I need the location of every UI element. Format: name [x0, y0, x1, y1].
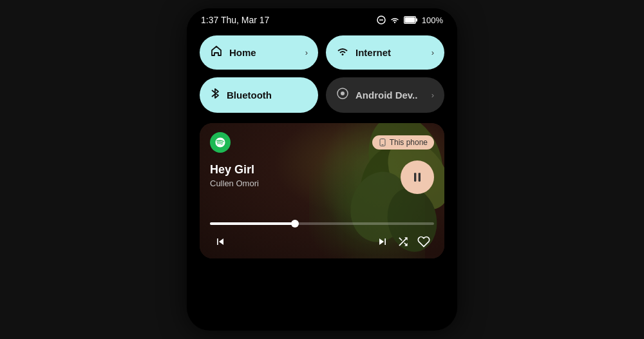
progress-bar[interactable]: [210, 222, 434, 225]
media-info-row: Hey Girl Cullen Omori: [210, 163, 434, 194]
wifi-icon: [390, 16, 400, 24]
tile-internet[interactable]: Internet ›: [326, 35, 444, 70]
home-chevron: ›: [305, 48, 308, 57]
track-info: Hey Girl Cullen Omori: [210, 163, 394, 188]
skip-next-button[interactable]: [372, 231, 393, 252]
android-dev-icon: [336, 87, 349, 103]
pause-button[interactable]: [401, 160, 434, 194]
phone-frame: 1:37 Thu, Mar 17 100%: [187, 8, 457, 331]
media-player: This phone Hey Girl Cullen Omori: [200, 123, 444, 258]
svg-rect-5: [415, 19, 417, 22]
this-phone-label: This phone: [390, 138, 428, 147]
svg-point-6: [342, 53, 344, 55]
tile-internet-label: Internet: [355, 47, 425, 58]
svg-rect-4: [404, 17, 415, 23]
quick-tiles: Home › Internet › Bluetooth: [187, 29, 457, 123]
home-icon: [210, 44, 223, 61]
media-content: This phone Hey Girl Cullen Omori: [200, 123, 444, 258]
tile-home-label: Home: [229, 47, 299, 58]
svg-rect-16: [414, 173, 416, 181]
svg-point-8: [341, 92, 345, 95]
heart-button[interactable]: [413, 231, 434, 252]
media-controls: [210, 231, 434, 252]
svg-rect-15: [381, 144, 383, 145]
media-top-row: This phone: [210, 132, 434, 153]
shuffle-button[interactable]: [393, 231, 413, 252]
progress-area: [210, 222, 434, 252]
internet-chevron: ›: [431, 48, 434, 57]
progress-fill: [210, 222, 295, 225]
battery-icon: [404, 16, 418, 24]
phone-small-icon: [379, 139, 386, 146]
skip-back-button[interactable]: [210, 231, 231, 252]
android-dev-chevron: ›: [431, 90, 434, 100]
battery-percent: 100%: [422, 15, 443, 25]
tile-home[interactable]: Home ›: [200, 35, 318, 70]
svg-point-2: [394, 22, 395, 23]
tile-bluetooth-label: Bluetooth: [227, 90, 308, 101]
dnd-icon: [377, 15, 386, 24]
track-artist: Cullen Omori: [210, 179, 394, 188]
tile-bluetooth[interactable]: Bluetooth: [200, 77, 318, 113]
status-icons: 100%: [377, 15, 443, 25]
bluetooth-icon: [210, 86, 220, 104]
progress-thumb: [291, 220, 299, 228]
this-phone-badge[interactable]: This phone: [372, 135, 434, 150]
internet-icon: [336, 46, 349, 59]
status-time: 1:37 Thu, Mar 17: [201, 15, 269, 25]
tile-android-dev-label: Android Dev..: [355, 90, 425, 101]
track-title: Hey Girl: [210, 163, 394, 177]
status-bar: 1:37 Thu, Mar 17 100%: [187, 8, 457, 29]
svg-rect-17: [419, 173, 421, 181]
spotify-icon: [210, 132, 231, 153]
tile-android-dev[interactable]: Android Dev.. ›: [326, 77, 444, 113]
